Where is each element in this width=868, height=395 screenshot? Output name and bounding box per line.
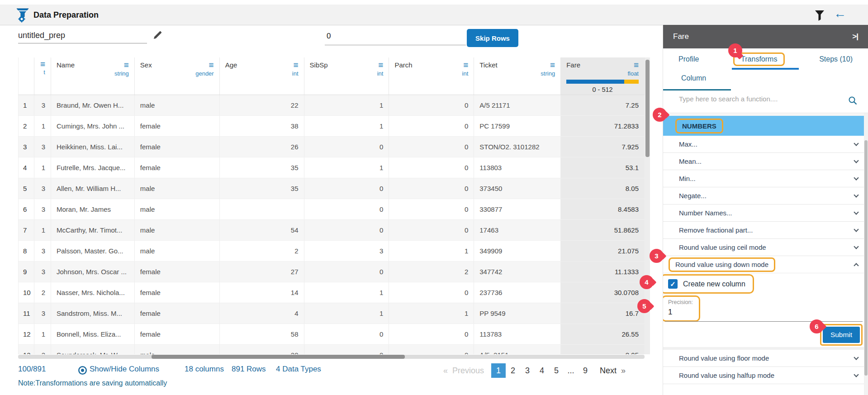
- row-count-indicator: 100/891: [18, 365, 46, 374]
- column-header-parch[interactable]: Parch≡int: [389, 57, 474, 95]
- table-cell: 349909: [474, 241, 561, 261]
- table-cell: 3: [34, 199, 51, 219]
- function-item[interactable]: Round value using floor mode: [663, 350, 868, 367]
- column-type-label: string: [57, 70, 129, 77]
- page-button-2[interactable]: 2: [506, 363, 520, 378]
- column-menu-icon[interactable]: ≡: [40, 61, 45, 67]
- function-label: Round value using halfup mode: [679, 371, 774, 379]
- table-cell: female: [135, 157, 220, 178]
- column-menu-icon[interactable]: ≡: [550, 62, 555, 68]
- column-menu-icon[interactable]: ≡: [293, 62, 298, 68]
- category-numbers[interactable]: NUMBERS: [663, 116, 868, 136]
- function-item[interactable]: Max...: [663, 136, 868, 153]
- subtab-column[interactable]: Column: [681, 74, 706, 82]
- table-cell: 7.925: [561, 137, 645, 157]
- table-cell: 71.2833: [561, 116, 645, 136]
- table-cell: 7.25: [561, 95, 645, 115]
- function-item[interactable]: Round value using halfup mode: [663, 367, 868, 384]
- edit-pencil-icon[interactable]: [152, 30, 163, 41]
- page-button-...[interactable]: ...: [564, 363, 578, 378]
- horizontal-scrollbar[interactable]: [18, 355, 645, 359]
- page-buttons: 12345...9: [491, 363, 593, 378]
- skip-rows-button[interactable]: Skip Rows: [467, 29, 518, 47]
- column-type-label: gender: [140, 70, 214, 77]
- page-button-1[interactable]: 1: [491, 363, 506, 378]
- column-menu-icon[interactable]: ≡: [378, 62, 383, 68]
- page-button-3[interactable]: 3: [520, 363, 535, 378]
- vertical-scrollbar-thumb[interactable]: [645, 60, 650, 157]
- table-cell: 11.1333: [561, 262, 645, 282]
- previous-button[interactable]: Previous: [452, 366, 484, 376]
- function-item[interactable]: Mean...: [663, 153, 868, 170]
- table-cell: 0: [389, 95, 474, 115]
- column-label: SibSp: [310, 61, 328, 69]
- table-cell: male: [135, 199, 220, 219]
- column-header-ticket[interactable]: Ticket≡string: [474, 57, 561, 95]
- collapse-panel-icon[interactable]: >|: [852, 32, 858, 41]
- skip-rows-input[interactable]: [325, 27, 466, 45]
- filter-icon[interactable]: [814, 10, 825, 21]
- table-cell: 1: [304, 282, 389, 303]
- column-menu-icon[interactable]: ≡: [463, 62, 468, 68]
- table-row: 71McCarthy, Mr. Timot...male54001746351.…: [19, 220, 645, 241]
- show-hide-columns-icon[interactable]: [78, 366, 87, 375]
- annotation-balloon-3: 3: [650, 249, 664, 263]
- table-cell: 373450: [474, 178, 561, 199]
- table-cell: 2: [34, 282, 51, 303]
- function-item[interactable]: Number Names...: [663, 205, 868, 222]
- table-cell: 3: [34, 262, 51, 282]
- search-icon[interactable]: [848, 96, 857, 105]
- column-menu-icon[interactable]: ≡: [634, 62, 639, 68]
- submit-button[interactable]: Submit: [823, 327, 860, 343]
- column-header-sibsp[interactable]: SibSp≡int: [304, 57, 389, 95]
- table-cell: 8.05: [561, 345, 645, 354]
- page-title: Data Preparation: [33, 10, 99, 20]
- table-cell: 347742: [474, 262, 561, 282]
- table-cell: Johnson, Mrs. Oscar ...: [51, 262, 135, 282]
- table-cell: male: [135, 345, 220, 354]
- prep-name-input[interactable]: [18, 28, 147, 43]
- column-menu-icon[interactable]: ≡: [124, 62, 129, 68]
- function-item[interactable]: Negate...: [663, 187, 868, 205]
- table-cell: Cumings, Mrs. John ...: [51, 116, 135, 136]
- table-cell: 0: [389, 345, 474, 354]
- function-item[interactable]: Round value using ceil mode: [663, 239, 868, 256]
- column-menu-icon[interactable]: ≡: [209, 62, 214, 68]
- function-item[interactable]: Remove fractional part...: [663, 222, 868, 239]
- create-new-column-option: ✓ Create new column: [663, 274, 754, 294]
- page-button-4[interactable]: 4: [535, 363, 549, 378]
- show-hide-columns-link[interactable]: Show/Hide Columns: [90, 365, 159, 374]
- horizontal-scrollbar-thumb[interactable]: [152, 355, 405, 359]
- page-button-9[interactable]: 9: [578, 363, 593, 378]
- panel-scrollbar-thumb[interactable]: [864, 140, 868, 376]
- page-button-5[interactable]: 5: [549, 363, 564, 378]
- column-header-age[interactable]: Age≡int: [220, 57, 304, 95]
- column-header-clipped[interactable]: ≡t: [34, 57, 51, 95]
- column-header-name[interactable]: Name≡string: [51, 57, 135, 95]
- column-label: Ticket: [479, 61, 497, 69]
- function-item[interactable]: Min...: [663, 170, 868, 187]
- precision-label: Precision:: [668, 299, 699, 305]
- column-header-fare[interactable]: Fare≡float0 - 512: [561, 57, 645, 95]
- table-cell: 113803: [474, 157, 561, 178]
- column-header-sex[interactable]: Sex≡gender: [135, 57, 220, 95]
- tab-steps[interactable]: Steps (10): [819, 55, 853, 63]
- rows-count: 891 Rows: [232, 365, 266, 374]
- function-item-round-down-mode[interactable]: Round value using down mode: [663, 256, 868, 273]
- next-button[interactable]: Next: [600, 366, 617, 376]
- pagination: « Previous 12345...9 Next »: [443, 363, 630, 378]
- back-arrow-icon[interactable]: ←: [834, 6, 846, 21]
- panel-scrollbar[interactable]: [864, 113, 868, 395]
- precision-input[interactable]: [668, 308, 693, 317]
- table-cell: Bonnell, Miss. Eliza...: [51, 324, 135, 344]
- next-arrow-button[interactable]: »: [621, 366, 626, 376]
- function-list: Max...Mean...Min...Negate...Number Names…: [663, 136, 868, 256]
- tab-profile[interactable]: Profile: [678, 55, 699, 63]
- previous-arrow-button[interactable]: «: [443, 366, 448, 376]
- checkbox-checked-icon[interactable]: ✓: [668, 279, 678, 289]
- data-table: ≡tName≡stringSex≡genderAge≡intSibSp≡intP…: [18, 57, 645, 359]
- column-type-label: float: [566, 70, 639, 77]
- function-search-input[interactable]: [679, 95, 846, 103]
- table-cell: 0: [304, 345, 389, 354]
- table-cell: female: [135, 282, 220, 303]
